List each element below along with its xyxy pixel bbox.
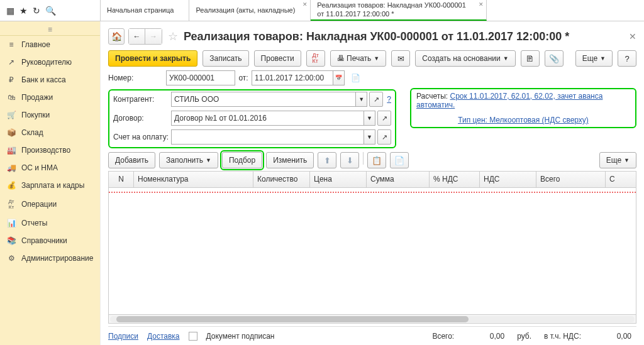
table-header: N Номенклатура Количество Цена Сумма % Н… <box>109 172 636 188</box>
attach-button[interactable]: 📎 <box>545 50 564 67</box>
home-button[interactable]: 🏠 <box>108 28 125 45</box>
post-and-close-button[interactable]: Провести и закрыть <box>108 50 197 67</box>
close-icon[interactable]: ✕ <box>479 1 484 8</box>
dropdown-button[interactable]: ▼ <box>364 129 375 145</box>
back-button[interactable]: ← <box>129 29 145 44</box>
help-button[interactable]: ? <box>618 50 636 67</box>
factory-icon: 🏭 <box>6 146 16 155</box>
sidebar-item-label: Руководителю <box>21 58 72 67</box>
paste-button[interactable]: 📄 <box>390 152 409 168</box>
dropdown-button[interactable]: ▼ <box>356 92 367 107</box>
tab-realization-list[interactable]: Реализация (акты, накладные) ✕ <box>189 0 311 21</box>
sidebar-item-purchases[interactable]: 🛒Покупки <box>0 106 100 124</box>
signatures-link[interactable]: Подписи <box>108 332 138 341</box>
col-item[interactable]: Номенклатура <box>134 172 253 187</box>
sidebar-item-label: Склад <box>21 128 43 137</box>
col-vat[interactable]: НДС <box>480 172 536 187</box>
h-scrollbar[interactable] <box>109 314 636 323</box>
sidebar-item-label: Главное <box>21 40 50 49</box>
paperclip-icon: 📎 <box>549 54 559 63</box>
post-button[interactable]: Провести <box>254 50 301 67</box>
tab-label: Начальная страница <box>107 6 182 14</box>
col-vat-rate[interactable]: % НДС <box>430 172 480 187</box>
sidebar-item-payroll[interactable]: 💰Зарплата и кадры <box>0 177 100 194</box>
calendar-button[interactable]: 📅 <box>333 70 345 85</box>
tab-document[interactable]: Реализация товаров: Накладная УК00-00000… <box>311 0 487 21</box>
col-price[interactable]: Цена <box>310 172 367 187</box>
date-field[interactable]: 11.01.2017 12:00:00 <box>252 70 333 85</box>
email-button[interactable]: ✉ <box>391 50 410 67</box>
chart-icon: ↗ <box>6 58 16 67</box>
sidebar-toggle[interactable]: ≡ <box>0 23 100 36</box>
sidebar-item-warehouse[interactable]: 📦Склад <box>0 124 100 141</box>
copy-button[interactable]: 📋 <box>367 152 386 168</box>
page-title: Реализация товаров: Накладная УК00-00000… <box>184 30 625 43</box>
dtkt-button[interactable]: ДтКт <box>306 50 325 67</box>
fill-button[interactable]: Заполнить▼ <box>159 152 218 168</box>
table-row[interactable] <box>109 192 636 193</box>
dtkt-icon: ДтКт <box>6 199 16 210</box>
add-button[interactable]: Добавить <box>108 152 155 168</box>
apps-grid-icon[interactable]: ▦ <box>6 6 14 16</box>
move-down-button[interactable]: ⬇ <box>340 152 359 168</box>
counterparty-field[interactable]: СТИЛЬ ООО <box>171 92 356 107</box>
open-button[interactable]: ↗ <box>369 92 383 107</box>
favorite-button[interactable]: ☆ <box>166 30 180 43</box>
sidebar-item-directories[interactable]: 📚Справочники <box>0 232 100 249</box>
number-field[interactable]: УК00-000001 <box>166 70 235 85</box>
write-button[interactable]: Записать <box>203 50 248 67</box>
currency: руб. <box>517 332 531 341</box>
sidebar-item-label: Администрирование <box>21 254 93 263</box>
help-link[interactable]: ? <box>387 95 391 104</box>
print-button[interactable]: 🖶 Печать▼ <box>330 50 387 67</box>
history-icon[interactable]: ↻ <box>33 6 40 16</box>
tabs: Начальная страница Реализация (акты, нак… <box>101 0 487 21</box>
table-body[interactable] <box>109 188 636 314</box>
col-sum[interactable]: Сумма <box>367 172 430 187</box>
col-qty[interactable]: Количество <box>253 172 310 187</box>
doc-signed-checkbox[interactable] <box>189 332 197 341</box>
sidebar-item-manager[interactable]: ↗Руководителю <box>0 53 100 71</box>
dropdown-button[interactable]: ▼ <box>364 111 375 126</box>
contract-field[interactable]: Договор №1 от 01.01.2016 <box>171 111 364 126</box>
open-button[interactable]: ↗ <box>377 111 391 126</box>
delivery-link[interactable]: Доставка <box>147 332 180 341</box>
create-based-button[interactable]: Создать на основании▼ <box>415 50 515 67</box>
sidebar-item-bank[interactable]: ₽Банк и касса <box>0 71 100 89</box>
footer: Подписи Доставка Документ подписан Всего… <box>108 326 636 345</box>
note-icon[interactable]: 📄 <box>351 74 360 82</box>
star-icon[interactable]: ★ <box>19 6 28 16</box>
more-button[interactable]: Еще▼ <box>575 50 613 67</box>
sidebar-item-label: Справочники <box>21 236 67 245</box>
col-total[interactable]: Всего <box>536 172 606 187</box>
move-up-button[interactable]: ⬆ <box>318 152 336 168</box>
change-button[interactable]: Изменить <box>266 152 314 168</box>
settlements-label: Расчеты: <box>416 92 448 101</box>
sidebar: ≡ ≡Главное ↗Руководителю ₽Банк и касса 🛍… <box>0 21 101 345</box>
box-icon: 📦 <box>6 128 16 137</box>
sidebar-item-admin[interactable]: ⚙Администрирование <box>0 249 100 267</box>
forward-button[interactable]: → <box>145 29 162 44</box>
open-button[interactable]: ↗ <box>377 129 391 145</box>
invoice-field[interactable] <box>171 129 364 145</box>
tab-start-page[interactable]: Начальная страница <box>101 0 189 21</box>
close-icon[interactable]: ✕ <box>303 1 308 8</box>
close-button[interactable]: ✕ <box>629 31 636 41</box>
tree-icon: 🖹 <box>526 54 534 63</box>
vat-value: 0,00 <box>594 332 631 341</box>
sidebar-item-assets[interactable]: 🚚ОС и НМА <box>0 159 100 177</box>
sidebar-item-label: ОС и НМА <box>21 163 58 172</box>
sidebar-item-sales[interactable]: 🛍Продажи <box>0 89 100 106</box>
col-last[interactable]: С <box>606 172 636 187</box>
sidebar-item-operations[interactable]: ДтКтОперации <box>0 194 100 214</box>
sidebar-item-production[interactable]: 🏭Производство <box>0 141 100 159</box>
pick-button[interactable]: Подбор <box>222 152 262 168</box>
price-type-link[interactable]: Тип цен: Мелкооптовая (НДС сверху) <box>458 116 589 124</box>
sidebar-item-reports[interactable]: 📊Отчеты <box>0 214 100 232</box>
tab-label: Реализация товаров: Накладная УК00-00000… <box>317 1 480 18</box>
search-icon[interactable]: 🔍 <box>45 6 56 16</box>
list-more-button[interactable]: Еще▼ <box>599 152 636 168</box>
col-n[interactable]: N <box>109 172 134 187</box>
structure-button[interactable]: 🖹 <box>521 50 540 67</box>
sidebar-item-main[interactable]: ≡Главное <box>0 36 100 53</box>
